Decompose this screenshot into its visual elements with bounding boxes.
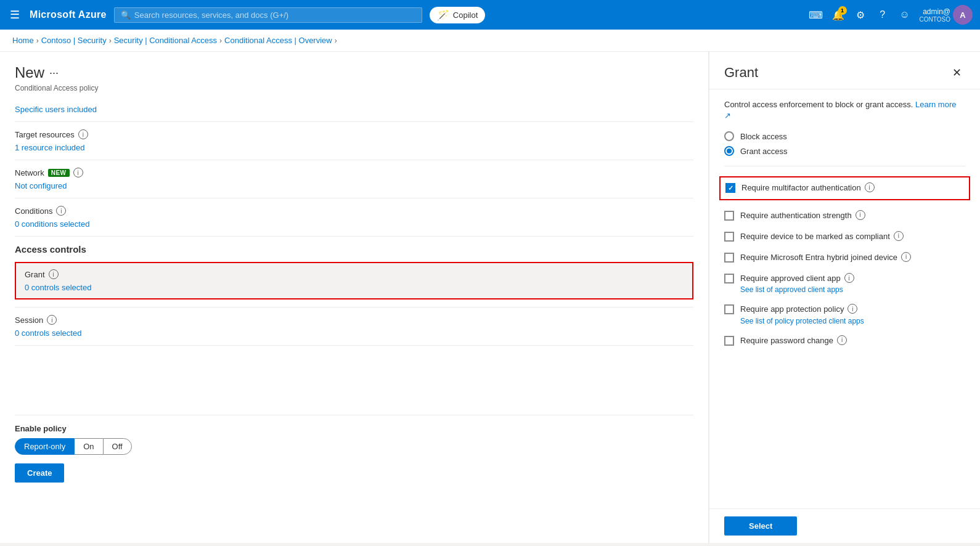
checkbox-info-icon-app_protection[interactable]: i: [847, 304, 857, 314]
target-resources-info-icon[interactable]: i: [78, 129, 88, 139]
panel-title: Grant: [724, 65, 758, 81]
target-resources-label-row: Target resources i: [15, 129, 693, 139]
copilot-label: Copilot: [453, 10, 478, 20]
conditions-label-row: Conditions i: [15, 206, 693, 216]
cloud-shell-button[interactable]: ⌨: [806, 5, 826, 25]
checkbox-label-app_protection: Require app protection policy: [740, 304, 844, 315]
panel-divider: [724, 166, 965, 166]
users-section: Specific users included: [15, 105, 693, 114]
checkbox-sub-link-app_protection[interactable]: See list of policy protected client apps: [740, 317, 965, 325]
toggle-row: Report-only On Off: [15, 438, 693, 455]
settings-button[interactable]: ⚙: [851, 5, 870, 25]
avatar[interactable]: A: [953, 5, 973, 25]
checkbox-info-icon-mfa[interactable]: i: [865, 182, 875, 192]
grant-access-radio[interactable]: Grant access: [724, 146, 965, 156]
toggle-report-only-button[interactable]: Report-only: [15, 438, 75, 455]
breadcrumb-contoso-security[interactable]: Contoso | Security: [41, 36, 107, 45]
copilot-icon: 🪄: [437, 9, 449, 21]
checkbox-label-row-mfa: Require multifactor authenticationi: [741, 182, 964, 194]
checkbox-label-row-hybrid_joined: Require Microsoft Entra hybrid joined de…: [740, 252, 965, 263]
divider-network: [15, 198, 693, 198]
feedback-button[interactable]: ☺: [895, 5, 915, 25]
breadcrumb-home[interactable]: Home: [12, 36, 34, 45]
network-label-row: Network NEW i: [15, 168, 693, 177]
breadcrumb-sep-3: ›: [219, 36, 222, 45]
checkbox-item-password_change[interactable]: Require password changei: [724, 335, 965, 346]
checkbox-item-auth_strength[interactable]: Require authentication strengthi: [724, 210, 965, 221]
select-button[interactable]: Select: [724, 516, 797, 536]
toggle-off-button[interactable]: Off: [103, 438, 132, 455]
checkbox-content-approved_client: Require approved client appiSee list of …: [740, 273, 965, 294]
network-info-icon[interactable]: i: [73, 168, 83, 177]
checkbox-sub-link-approved_client[interactable]: See list of approved client apps: [740, 285, 965, 294]
breadcrumb-sep-4: ›: [335, 36, 337, 45]
toggle-on-button[interactable]: On: [75, 438, 102, 455]
session-section: Session i 0 controls selected: [15, 315, 693, 338]
checkbox-label-password_change: Require password change: [740, 335, 833, 346]
checkbox-info-icon-compliant_device[interactable]: i: [894, 231, 904, 241]
checkbox-item-hybrid_joined[interactable]: Require Microsoft Entra hybrid joined de…: [724, 252, 965, 263]
notifications-button[interactable]: 🔔 1: [828, 5, 848, 25]
page-subtitle: Conditional Access policy: [15, 84, 693, 92]
grant-access-label: Grant access: [740, 147, 788, 156]
block-access-radio[interactable]: Block access: [724, 131, 965, 141]
grant-info-icon[interactable]: i: [49, 269, 59, 279]
checkbox-label-row-approved_client: Require approved client appi: [740, 273, 965, 284]
left-panel: New ··· Conditional Access policy Specif…: [0, 52, 709, 543]
user-name: admin@: [923, 7, 950, 16]
help-button[interactable]: ?: [873, 5, 892, 25]
breadcrumb-security-ca[interactable]: Security | Conditional Access: [114, 36, 217, 45]
grant-box[interactable]: Grant i 0 controls selected: [15, 262, 693, 299]
breadcrumb-ca-overview[interactable]: Conditional Access | Overview: [224, 36, 332, 45]
divider-grant: [15, 307, 693, 308]
copilot-button[interactable]: 🪄 Copilot: [430, 7, 485, 23]
checkbox-label-row-password_change: Require password changei: [740, 335, 965, 346]
session-label-row: Session i: [15, 315, 693, 325]
panel-close-icon[interactable]: ✕: [948, 64, 965, 81]
grant-controls-link[interactable]: 0 controls selected: [25, 283, 91, 292]
checkbox-info-icon-approved_client[interactable]: i: [844, 273, 854, 283]
checkbox-info-icon-hybrid_joined[interactable]: i: [901, 252, 911, 262]
page-title-ellipsis[interactable]: ···: [49, 67, 59, 79]
breadcrumb-sep-1: ›: [36, 36, 39, 45]
user-info: admin@ CONTOSO: [920, 7, 950, 23]
checkbox-content-app_protection: Require app protection policyiSee list o…: [740, 304, 965, 325]
checkbox-label-hybrid_joined: Require Microsoft Entra hybrid joined de…: [740, 252, 897, 263]
checkbox-label-auth_strength: Require authentication strength: [740, 210, 852, 221]
checkbox-item-approved_client[interactable]: Require approved client appiSee list of …: [724, 273, 965, 294]
checkbox-content-compliant_device: Require device to be marked as compliant…: [740, 231, 965, 242]
checkbox-item-mfa[interactable]: ✓Require multifactor authenticationi: [719, 176, 970, 200]
target-resources-section: Target resources i 1 resource included: [15, 129, 693, 152]
conditions-link[interactable]: 0 conditions selected: [15, 219, 89, 229]
radio-group: Block access Grant access: [724, 131, 965, 156]
users-link[interactable]: Specific users included: [15, 105, 97, 114]
create-button[interactable]: Create: [15, 463, 64, 483]
divider-session: [15, 345, 693, 346]
search-bar[interactable]: 🔍: [114, 7, 422, 23]
grant-access-radio-inner: [727, 149, 732, 153]
checkbox-content-auth_strength: Require authentication strengthi: [740, 210, 965, 221]
checkbox-info-icon-password_change[interactable]: i: [837, 335, 847, 345]
hamburger-menu-icon[interactable]: ☰: [7, 6, 22, 24]
checkbox-box-hybrid_joined: [724, 253, 734, 263]
notification-badge: 1: [838, 6, 847, 15]
checkbox-content-mfa: Require multifactor authenticationi: [741, 182, 964, 194]
conditions-label: Conditions: [15, 206, 52, 216]
search-input[interactable]: [134, 10, 415, 20]
checkbox-box-approved_client: [724, 274, 734, 283]
conditions-section: Conditions i 0 conditions selected: [15, 206, 693, 229]
checkbox-item-compliant_device[interactable]: Require device to be marked as compliant…: [724, 231, 965, 242]
breadcrumb-sep-2: ›: [109, 36, 112, 45]
checkbox-label-mfa: Require multifactor authentication: [741, 182, 861, 194]
block-access-label: Block access: [740, 132, 787, 141]
session-link[interactable]: 0 controls selected: [15, 328, 81, 338]
conditions-info-icon[interactable]: i: [56, 206, 66, 216]
session-info-icon[interactable]: i: [47, 315, 57, 325]
checkbox-item-app_protection[interactable]: Require app protection policyiSee list o…: [724, 304, 965, 325]
checkbox-info-icon-auth_strength[interactable]: i: [855, 210, 865, 220]
network-link[interactable]: Not configured: [15, 181, 67, 190]
top-navigation: ☰ Microsoft Azure 🔍 🪄 Copilot ⌨ 🔔 1 ⚙ ? …: [0, 0, 980, 30]
target-resources-link[interactable]: 1 resource included: [15, 143, 84, 152]
checkmark-mfa: ✓: [728, 184, 733, 192]
target-resources-label: Target resources: [15, 130, 75, 139]
